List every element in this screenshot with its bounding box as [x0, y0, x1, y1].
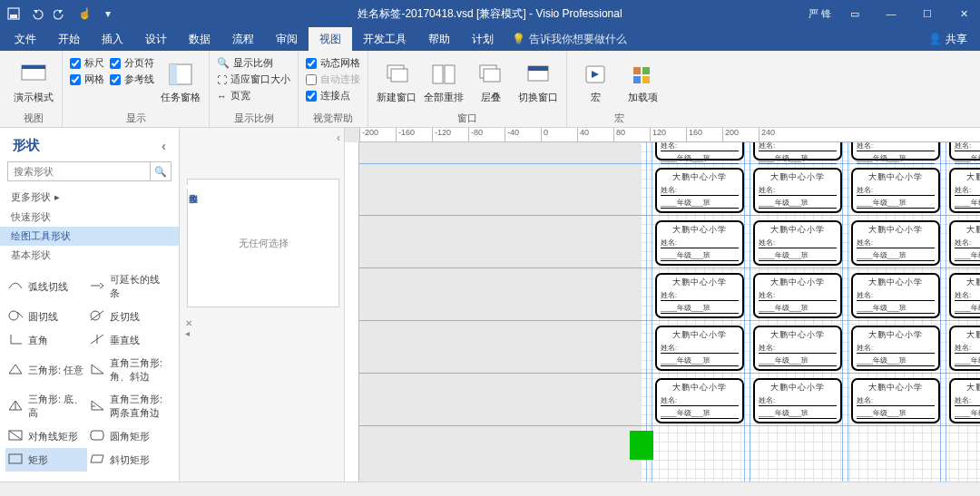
cascade-button[interactable]: 层叠	[470, 54, 512, 109]
tab-plan[interactable]: 计划	[461, 27, 505, 51]
tab-help[interactable]: 帮助	[417, 27, 461, 51]
horizontal-guide[interactable]	[359, 373, 980, 374]
tab-home[interactable]: 开始	[47, 27, 91, 51]
macros-button[interactable]: 宏	[574, 54, 616, 109]
drawing-canvas[interactable]: 姓名:____年级___班大鹏中心小学姓名:____年级___班大鹏中心小学姓名…	[359, 142, 980, 481]
close-icon[interactable]: ✕	[951, 8, 976, 20]
connection-points-checkbox[interactable]: 连接点	[306, 89, 360, 102]
pagebreak-checkbox[interactable]: 分页符	[110, 56, 154, 70]
name-tag-card[interactable]: 大鹏中心小学姓名:____年级___班	[851, 378, 940, 423]
horizontal-guide[interactable]	[359, 320, 980, 321]
grid-checkbox[interactable]: 网格	[70, 73, 104, 86]
tab-design[interactable]: 设计	[134, 27, 178, 51]
qat-more-icon[interactable]: ▾	[100, 5, 116, 22]
vertical-guide[interactable]	[744, 142, 745, 481]
tab-view[interactable]: 视图	[309, 27, 352, 51]
auto-connect-checkbox[interactable]: 自动连接	[306, 73, 360, 86]
name-tag-card[interactable]: 大鹏中心小学姓名:____年级___班	[949, 378, 980, 423]
name-tag-card[interactable]: 大鹏中心小学姓名:____年级___班	[753, 378, 842, 423]
share-button[interactable]: 👤 共享	[916, 27, 980, 51]
shape-search-button[interactable]: 🔍	[150, 161, 172, 181]
touch-icon[interactable]: ☝	[76, 5, 93, 22]
name-tag-card[interactable]: 姓名:____年级___班	[655, 142, 744, 160]
save-icon[interactable]	[5, 5, 22, 22]
name-tag-card[interactable]: 大鹏中心小学姓名:____年级___班	[851, 220, 940, 266]
props-collapse-icon[interactable]: ‹	[337, 131, 340, 144]
new-window-button[interactable]: 新建窗口	[376, 54, 417, 109]
guides-checkbox[interactable]: 参考线	[110, 73, 154, 86]
name-tag-card[interactable]: 大鹏中心小学姓名:____年级___班	[655, 326, 744, 371]
undo-icon[interactable]	[29, 5, 45, 22]
name-tag-card[interactable]: 姓名:____年级___班	[851, 142, 940, 160]
switch-window-button[interactable]: 切换窗口	[517, 54, 559, 109]
stencil-quick[interactable]: 快速形状	[0, 208, 179, 227]
horizontal-ruler[interactable]: -200-160-120-80-4004080120160200240	[359, 128, 980, 142]
shape-item[interactable]: 斜切矩形	[87, 448, 169, 472]
shape-item[interactable]: 直角	[5, 328, 87, 352]
horizontal-guide[interactable]	[359, 267, 980, 268]
vertical-ruler[interactable]	[345, 142, 359, 481]
selection-handle[interactable]	[630, 431, 653, 460]
pin-icon[interactable]: ✕◂	[185, 318, 192, 338]
tab-file[interactable]: 文件	[4, 27, 47, 51]
tell-me-search[interactable]: 💡 告诉我你想要做什么	[512, 27, 627, 51]
shape-item[interactable]: 直角三角形: 角、斜边	[87, 352, 169, 388]
vertical-guide[interactable]	[946, 142, 946, 481]
tab-developer[interactable]: 开发工具	[352, 27, 417, 51]
shape-item[interactable]: 矩形	[5, 448, 87, 472]
redo-icon[interactable]	[53, 5, 69, 22]
name-tag-card[interactable]: 大鹏中心小学姓名:____年级___班	[949, 168, 980, 213]
presentation-mode-button[interactable]: 演示模式	[13, 54, 54, 109]
shape-item[interactable]: 弧线切线	[5, 268, 87, 305]
name-tag-card[interactable]: 大鹏中心小学姓名:____年级___班	[655, 273, 744, 318]
shape-search-input[interactable]	[7, 161, 150, 181]
shape-item[interactable]: 圆切线	[5, 305, 87, 328]
size-position-window[interactable]: 大小和位置 无任何选择	[187, 179, 339, 307]
tab-insert[interactable]: 插入	[91, 27, 134, 51]
tab-review[interactable]: 审阅	[265, 27, 309, 51]
name-tag-card[interactable]: 大鹏中心小学姓名:____年级___班	[753, 220, 842, 266]
user-name[interactable]: 严 锋	[808, 7, 831, 21]
shape-item[interactable]: 垂直线	[87, 328, 169, 352]
horizontal-scrollbar[interactable]	[0, 481, 980, 496]
name-tag-card[interactable]: 大鹏中心小学姓名:____年级___班	[851, 273, 940, 318]
task-panes-button[interactable]: 任务窗格	[160, 54, 201, 109]
name-tag-card[interactable]: 大鹏中心小学姓名:____年级___班	[753, 273, 842, 318]
vertical-guide[interactable]	[842, 142, 843, 481]
vertical-guide[interactable]	[940, 142, 941, 481]
maximize-icon[interactable]: ☐	[915, 8, 940, 20]
horizontal-guide[interactable]	[359, 163, 980, 164]
page-width-button[interactable]: ↔ 页宽	[217, 89, 290, 102]
name-tag-card[interactable]: 大鹏中心小学姓名:____年级___班	[851, 326, 940, 371]
name-tag-card[interactable]: 大鹏中心小学姓名:____年级___班	[949, 220, 980, 266]
tab-data[interactable]: 数据	[178, 27, 221, 51]
name-tag-card[interactable]: 姓名:____年级___班	[753, 142, 842, 160]
stencil-drawing-tool-shapes[interactable]: 绘图工具形状	[0, 227, 179, 246]
ruler-checkbox[interactable]: 标尺	[70, 56, 104, 70]
more-shapes-button[interactable]: 更多形状 ▸	[0, 187, 179, 208]
dynamic-grid-checkbox[interactable]: 动态网格	[306, 56, 360, 70]
vertical-guide[interactable]	[750, 142, 750, 481]
shape-item[interactable]: 直角三角形: 两条直角边	[87, 388, 169, 424]
minimize-icon[interactable]: —	[878, 8, 904, 19]
shape-item[interactable]: 可延长的线条	[87, 268, 169, 305]
horizontal-guide[interactable]	[359, 425, 980, 426]
name-tag-card[interactable]: 大鹏中心小学姓名:____年级___班	[949, 326, 980, 371]
name-tag-card[interactable]: 大鹏中心小学姓名:____年级___班	[655, 378, 744, 423]
vertical-guide[interactable]	[848, 142, 848, 481]
addins-button[interactable]: 加载项	[622, 54, 663, 109]
tab-process[interactable]: 流程	[221, 27, 265, 51]
shape-item[interactable]: 圆角矩形	[87, 424, 169, 448]
ribbon-options-icon[interactable]: ▭	[842, 8, 867, 20]
name-tag-card[interactable]: 大鹏中心小学姓名:____年级___班	[655, 168, 744, 213]
arrange-all-button[interactable]: 全部重排	[423, 54, 465, 109]
stencil-basic-shapes[interactable]: 基本形状	[0, 246, 179, 265]
name-tag-card[interactable]: 大鹏中心小学姓名:____年级___班	[949, 273, 980, 318]
zoom-scale-button[interactable]: 🔍 显示比例	[217, 56, 290, 70]
shape-item[interactable]: 三角形: 底、高	[5, 388, 87, 424]
name-tag-card[interactable]: 大鹏中心小学姓名:____年级___班	[655, 220, 744, 266]
name-tag-card[interactable]: 姓名:____年级___班	[949, 142, 980, 160]
name-tag-card[interactable]: 大鹏中心小学姓名:____年级___班	[753, 168, 842, 213]
horizontal-guide[interactable]	[359, 215, 980, 216]
shape-item[interactable]: 反切线	[87, 305, 169, 328]
